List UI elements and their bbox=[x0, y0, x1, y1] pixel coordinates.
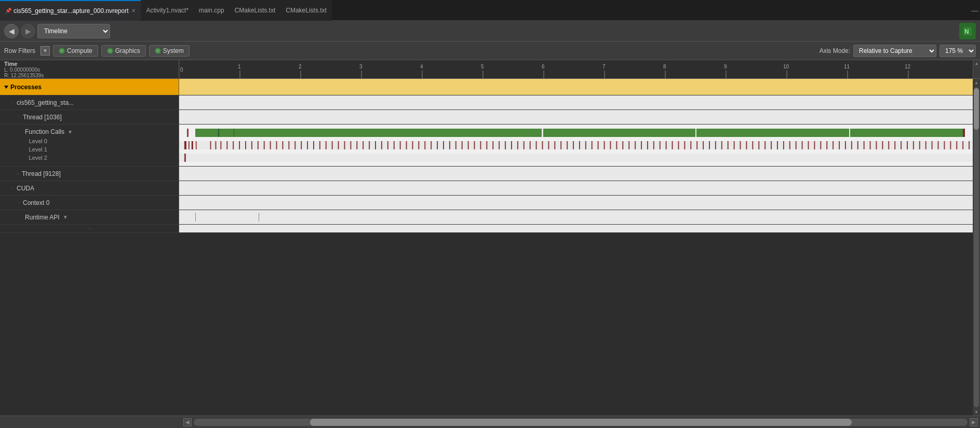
svg-rect-77 bbox=[480, 141, 481, 149]
cuda-row-label[interactable]: CUDA bbox=[0, 181, 179, 195]
thread1036-label: Thread [1036] bbox=[23, 114, 62, 121]
close-nvreport-icon[interactable]: ✕ bbox=[131, 8, 136, 13]
context0-row[interactable]: Context 0 bbox=[0, 196, 973, 210]
svg-rect-99 bbox=[616, 141, 617, 149]
runtime-api-row[interactable]: Runtime API ▼ bbox=[0, 210, 973, 225]
svg-rect-53 bbox=[332, 141, 333, 149]
svg-rect-146 bbox=[907, 141, 908, 149]
cuda-collapse-icon[interactable] bbox=[10, 187, 15, 190]
compute-filter-button[interactable]: Compute bbox=[53, 45, 98, 57]
context0-collapse-icon[interactable] bbox=[17, 201, 21, 204]
h-scroll-thumb[interactable] bbox=[310, 419, 852, 426]
thread1036-row[interactable]: Thread [1036] bbox=[0, 110, 973, 125]
processes-row[interactable]: Processes bbox=[0, 79, 973, 95]
context0-row-label[interactable]: Context 0 bbox=[0, 196, 179, 210]
svg-rect-93 bbox=[579, 141, 580, 149]
back-button[interactable]: ◀ bbox=[4, 24, 19, 38]
scroll-down-button[interactable]: ▼ bbox=[973, 408, 980, 416]
tab-cmake2[interactable]: CMakeLists.txt bbox=[280, 0, 332, 21]
runtime-api-filter-icon[interactable]: ▼ bbox=[63, 214, 68, 220]
runtime-api-timeline bbox=[179, 210, 973, 224]
svg-rect-62 bbox=[387, 141, 388, 149]
svg-rect-58 bbox=[363, 141, 364, 149]
function-calls-filter-icon[interactable]: ▼ bbox=[68, 129, 73, 135]
timeline-select[interactable]: Timeline bbox=[37, 24, 110, 38]
timeline-body: Processes cis565_getting_sta... Thread [… bbox=[0, 79, 980, 416]
tab-maincpp[interactable]: main.cpp bbox=[194, 0, 230, 21]
thread9128-collapse-icon[interactable] bbox=[17, 172, 20, 176]
svg-rect-118 bbox=[734, 141, 735, 149]
scroll-track bbox=[974, 87, 979, 407]
vert-scrollbar[interactable]: ▲ ▼ bbox=[973, 79, 980, 416]
left-time-value: L: 0.00000000s bbox=[4, 67, 174, 73]
tab-nvreport[interactable]: 📌 cis565_getting_star...apture_000.nvrep… bbox=[0, 0, 141, 21]
svg-rect-49 bbox=[307, 141, 308, 149]
main-area: Time L: 0.00000000s R: 12.25613539s 0 1 … bbox=[0, 60, 980, 428]
function-calls-header[interactable]: Function Calls ▼ bbox=[0, 125, 179, 137]
extra-timeline bbox=[179, 225, 973, 232]
svg-rect-89 bbox=[554, 141, 555, 149]
h-scrollbar-area: ◀ ▶ bbox=[0, 416, 980, 428]
thread1036-row-label[interactable]: Thread [1036] bbox=[0, 110, 179, 124]
svg-rect-47 bbox=[294, 141, 296, 149]
svg-rect-90 bbox=[560, 141, 561, 149]
thread1036-collapse-icon[interactable] bbox=[17, 116, 21, 119]
svg-rect-91 bbox=[567, 141, 568, 149]
svg-rect-73 bbox=[455, 141, 457, 149]
scroll-thumb[interactable] bbox=[974, 88, 979, 130]
h-scroll-right-button[interactable]: ▶ bbox=[970, 418, 978, 426]
svg-rect-148 bbox=[919, 141, 920, 149]
axis-mode-select[interactable]: Relative to Capture bbox=[853, 45, 936, 57]
svg-rect-142 bbox=[882, 141, 883, 149]
thread9128-row-label[interactable]: Thread [9128] bbox=[0, 167, 179, 181]
compute-dot bbox=[59, 48, 65, 54]
scroll-up-icon[interactable]: ▲ bbox=[975, 61, 979, 66]
vert-scroll-top[interactable]: ▲ bbox=[973, 60, 980, 78]
scroll-up-button[interactable]: ▲ bbox=[973, 79, 980, 86]
svg-text:1: 1 bbox=[238, 64, 241, 70]
axis-mode-label: Axis Mode: bbox=[820, 47, 850, 54]
svg-rect-46 bbox=[288, 141, 289, 149]
cis-row-label[interactable]: cis565_getting_sta... bbox=[0, 95, 179, 109]
svg-rect-94 bbox=[585, 141, 586, 149]
svg-rect-79 bbox=[492, 141, 493, 149]
cis-collapse-icon[interactable] bbox=[10, 101, 15, 104]
function-calls-timelines bbox=[179, 125, 973, 166]
toolbar: ◀ ▶ Timeline N bbox=[0, 21, 980, 42]
thread9128-row[interactable]: Thread [9128] bbox=[0, 167, 973, 181]
tab-cmake1[interactable]: CMakeLists.txt bbox=[230, 0, 281, 21]
svg-rect-31 bbox=[196, 141, 197, 149]
cuda-row[interactable]: CUDA bbox=[0, 181, 973, 196]
system-dot bbox=[155, 48, 161, 54]
svg-rect-125 bbox=[777, 141, 778, 149]
svg-rect-40 bbox=[251, 141, 252, 149]
time-label-area: Time L: 0.00000000s R: 12.25613539s bbox=[0, 60, 179, 78]
svg-rect-134 bbox=[833, 141, 834, 149]
processes-row-label[interactable]: Processes bbox=[0, 79, 179, 95]
svg-rect-108 bbox=[672, 141, 673, 149]
processes-collapse-icon[interactable] bbox=[4, 86, 8, 89]
runtime-api-mark2 bbox=[259, 213, 259, 221]
filter-icon[interactable]: ▼ bbox=[41, 46, 50, 56]
function-calls-row: Function Calls ▼ Level 0 Level 1 Level 2 bbox=[0, 125, 973, 167]
tab-activity[interactable]: Activity1.nvact* bbox=[141, 0, 193, 21]
forward-button[interactable]: ▶ bbox=[21, 24, 35, 38]
svg-rect-147 bbox=[913, 141, 914, 149]
svg-rect-129 bbox=[802, 141, 803, 149]
zoom-select[interactable]: 175 % bbox=[939, 45, 976, 57]
cis-row[interactable]: cis565_getting_sta... bbox=[0, 95, 973, 110]
svg-rect-141 bbox=[876, 141, 877, 149]
h-scroll-left-button[interactable]: ◀ bbox=[183, 418, 192, 426]
svg-text:10: 10 bbox=[783, 64, 789, 70]
svg-rect-61 bbox=[381, 141, 382, 149]
filters-label: Row Filters bbox=[4, 47, 35, 54]
graphics-filter-button[interactable]: Graphics bbox=[101, 45, 146, 57]
forward-icon: ▶ bbox=[25, 27, 31, 35]
svg-rect-80 bbox=[499, 141, 500, 149]
svg-rect-87 bbox=[542, 141, 543, 149]
window-controls[interactable]: — bbox=[970, 0, 980, 21]
svg-rect-43 bbox=[270, 141, 271, 149]
system-filter-button[interactable]: System bbox=[149, 45, 190, 57]
runtime-api-row-label[interactable]: Runtime API ▼ bbox=[0, 210, 179, 224]
svg-rect-88 bbox=[548, 141, 549, 149]
